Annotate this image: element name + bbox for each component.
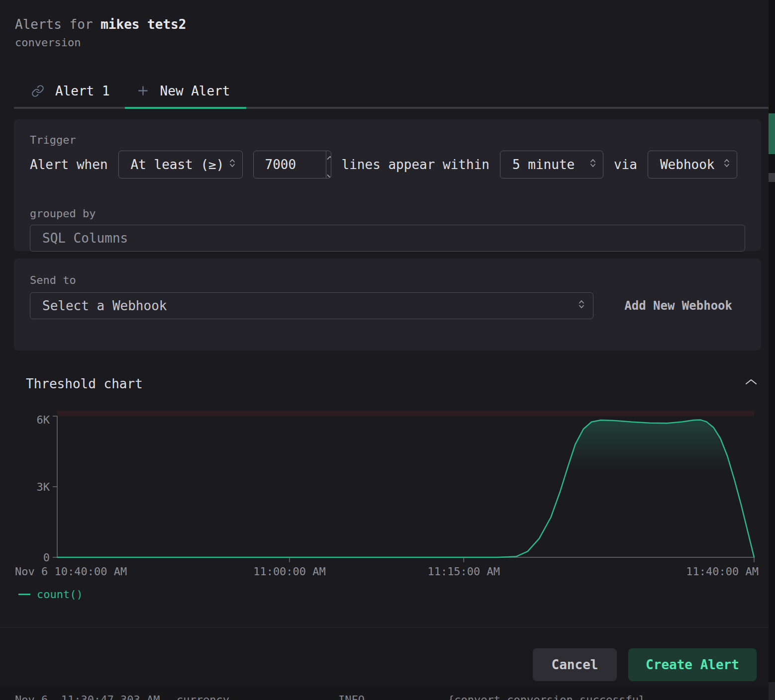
log-field: currency — [177, 694, 229, 700]
trigger-panel: Trigger Alert when At least (≥) — [14, 119, 761, 251]
chevron-up-icon — [744, 380, 758, 388]
cancel-button[interactable]: Cancel — [533, 648, 617, 681]
send-to-label: Send to — [30, 259, 745, 286]
spinner-up-icon[interactable] — [326, 151, 331, 163]
trigger-middle-text: lines appear within — [342, 157, 489, 172]
trigger-row: Alert when At least (≥) — [30, 151, 745, 178]
threshold-spinner[interactable] — [326, 151, 331, 178]
threshold-input[interactable] — [254, 151, 326, 178]
tab-alert-1[interactable]: Alert 1 — [14, 75, 125, 109]
dataset-name: mikes tets2 — [100, 17, 186, 32]
svg-text:11:00:00 AM: 11:00:00 AM — [253, 565, 326, 578]
chart-legend: count() — [18, 588, 83, 601]
window-select[interactable]: 5 minute — [500, 151, 603, 178]
alert-tabbar: Alert 1 New Alert — [14, 75, 769, 109]
tab-alert-1-label: Alert 1 — [55, 84, 110, 98]
alerts-drawer: Alerts for mikes tets2 conversion Alert … — [0, 0, 775, 700]
legend-series-label: count() — [37, 588, 83, 601]
add-new-webhook-button[interactable]: Add New Webhook — [611, 299, 745, 313]
trigger-section-label: Trigger — [30, 119, 745, 146]
collapse-chart-button[interactable] — [743, 376, 759, 389]
page-title: Alerts for mikes tets2 — [15, 17, 186, 32]
dataset-subtitle: conversion — [15, 36, 186, 49]
tab-new-alert[interactable]: New Alert — [125, 75, 247, 109]
drawer-footer: Cancel Create Alert — [0, 627, 775, 688]
threshold-chart-heading: Threshold chart — [26, 376, 143, 391]
background-teal-fragment — [769, 113, 775, 154]
trigger-via-text: via — [614, 157, 637, 172]
trigger-lead-text: Alert when — [30, 157, 108, 172]
grouped-by-label: grouped by — [30, 193, 745, 220]
threshold-chart: 6K3K0Nov 6 10:40:00 AM11:00:00 AM11:15:0… — [14, 408, 761, 579]
link-icon — [31, 85, 44, 97]
channel-select[interactable]: Webhook — [648, 151, 737, 178]
webhook-select-placeholder: Select a Webhook — [42, 298, 167, 313]
svg-text:Nov 6 10:40:00 AM: Nov 6 10:40:00 AM — [15, 565, 127, 578]
send-to-panel: Send to Select a Webhook Add New Webhook — [14, 259, 761, 350]
footer-buttons: Cancel Create Alert — [533, 648, 757, 681]
chevron-updown-icon — [589, 157, 596, 172]
chevron-updown-icon — [723, 157, 730, 172]
log-level: INFO — [338, 694, 365, 700]
plus-icon — [137, 85, 149, 97]
background-page-strip: Nov 6, 11:30:47.303 AM currency INFO {co… — [0, 688, 775, 700]
right-edge-strip — [769, 0, 775, 700]
legend-line-swatch — [18, 594, 30, 595]
svg-text:0: 0 — [43, 551, 50, 564]
log-message: {convert conversion successful — [448, 694, 645, 700]
page-title-prefix: Alerts for — [15, 17, 93, 32]
window-select-value: 5 minute — [512, 157, 575, 172]
svg-text:11:15:00 AM: 11:15:00 AM — [427, 565, 500, 578]
svg-text:11:40:00 AM: 11:40:00 AM — [686, 565, 759, 578]
channel-select-value: Webhook — [660, 157, 715, 172]
send-to-row: Select a Webhook Add New Webhook — [30, 292, 745, 319]
create-alert-button[interactable]: Create Alert — [628, 648, 757, 681]
grouped-by-input[interactable] — [30, 225, 745, 252]
spinner-down-icon[interactable] — [326, 167, 331, 179]
threshold-number-input — [253, 151, 331, 178]
comparison-select-value: At least (≥) — [131, 157, 224, 172]
svg-text:3K: 3K — [37, 481, 50, 493]
tab-new-alert-label: New Alert — [160, 84, 230, 98]
log-timestamp: Nov 6, 11:30:47.303 AM — [15, 694, 160, 700]
background-light-fragment — [769, 682, 775, 700]
svg-text:6K: 6K — [37, 414, 50, 426]
chevron-updown-icon — [229, 157, 236, 172]
background-gray-fragment — [769, 173, 775, 182]
webhook-select[interactable]: Select a Webhook — [30, 292, 593, 319]
chevron-updown-icon — [578, 298, 585, 313]
drawer-header: Alerts for mikes tets2 conversion — [15, 17, 186, 49]
comparison-select[interactable]: At least (≥) — [118, 151, 243, 178]
